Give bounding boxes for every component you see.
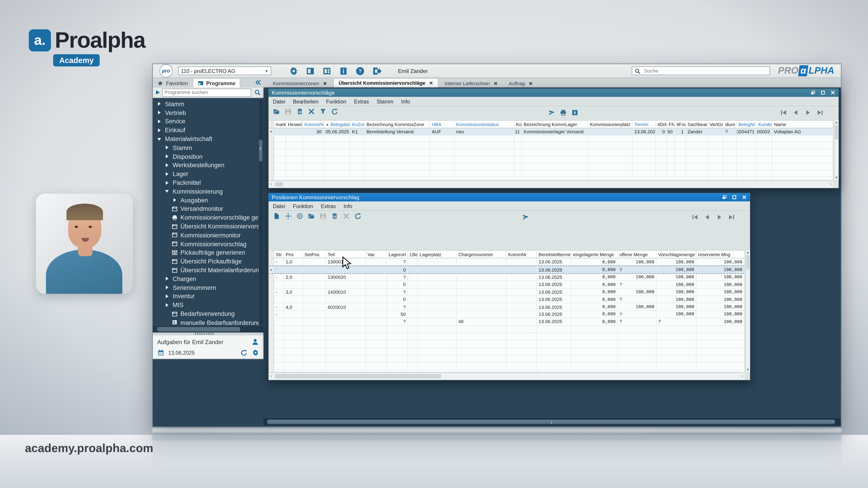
tree-item[interactable]: $manuelle Bedarfsanforderung [153, 318, 258, 326]
panel2-titlebar[interactable]: Positionen Kommissioniervorschlag [269, 193, 750, 201]
column-header[interactable]: eingelagerte Menge [571, 251, 618, 258]
logout-icon[interactable] [372, 66, 381, 76]
column-header[interactable]: Lagerplatz [418, 251, 457, 258]
column-header[interactable]: #Fom [675, 121, 686, 128]
window-layout-icon[interactable] [322, 66, 332, 76]
tree-item[interactable]: Stamm [153, 100, 258, 108]
column-header[interactable]: Kommissionierplatz [588, 121, 633, 128]
gear-icon[interactable] [252, 349, 259, 356]
menu-info[interactable]: Info [344, 203, 352, 209]
table-row[interactable] [269, 370, 745, 372]
tree-item[interactable]: Kommissioniervorschlag [153, 239, 258, 248]
close-icon[interactable]: ✕ [494, 80, 498, 86]
column-header[interactable]: SetPos [303, 251, 326, 258]
table-row[interactable] [269, 326, 745, 333]
tree-item[interactable]: Stamm [153, 143, 258, 152]
tree-item[interactable]: Kommissionierung [153, 187, 258, 196]
table-row[interactable]: ?4813.06.20250,000??100,000 [269, 318, 745, 326]
tree-scrollbar[interactable] [259, 100, 262, 324]
panel1-titlebar[interactable]: Kommissioniervorschläge [269, 89, 839, 97]
open-folder-icon[interactable] [273, 108, 280, 115]
column-header[interactable]: Vorschlagsmenge [656, 251, 696, 258]
tree-item[interactable]: Inventur [153, 292, 258, 301]
menu-funktion[interactable]: Funktion [293, 203, 313, 209]
menu-datei[interactable]: Datei [273, 203, 285, 209]
close-icon[interactable]: ✕ [323, 80, 327, 86]
tree-hscrollbar[interactable] [153, 326, 264, 332]
menu-extras[interactable]: Extras [321, 203, 336, 209]
column-header[interactable]: BelegNr [737, 121, 757, 128]
tree-item[interactable]: Materialwirtschaft [153, 135, 258, 143]
panel1-vscrollbar[interactable]: ▲▼ [834, 120, 839, 180]
search-input[interactable] [643, 68, 767, 74]
table-row[interactable] [269, 333, 745, 340]
tree-item[interactable]: Service [153, 117, 258, 126]
maximize-icon[interactable] [820, 90, 825, 95]
tree-item[interactable]: MIS [153, 301, 258, 310]
column-header[interactable]: dium [723, 121, 737, 128]
tree-item[interactable]: Übersicht Kommissioniervorschläge [153, 222, 258, 231]
column-header[interactable]: Sachbearb [686, 121, 708, 128]
person-icon[interactable] [251, 338, 259, 346]
tree-item[interactable]: Seriennummern [153, 283, 258, 292]
close-icon[interactable] [742, 195, 747, 200]
target-icon[interactable] [296, 213, 303, 220]
doc-tab-auftrag[interactable]: Auftrag✕ [504, 79, 538, 88]
tree-item[interactable]: Kommissioniervorschläge generieren [153, 213, 258, 222]
column-header[interactable]: Pos [284, 251, 303, 258]
tree-item[interactable]: Pickaufträge generieren [153, 248, 258, 257]
column-header[interactable]: VertGr [708, 121, 723, 128]
doc-tab-kommissionierzonen[interactable]: Kommissionierzonen✕ [268, 79, 332, 88]
nav-first-icon[interactable] [780, 109, 787, 116]
column-header[interactable]: Bereitstelltermin [537, 251, 571, 258]
send-icon[interactable] [548, 109, 555, 116]
company-select[interactable]: 110 - proELECTRO AG▼ [178, 66, 271, 75]
column-header[interactable]: Kommissionierstatus [455, 121, 514, 128]
tree-item[interactable]: Werksbestellungen [153, 161, 258, 170]
column-header[interactable]: KommirNr [303, 121, 324, 128]
menu-datei[interactable]: Datei [273, 98, 285, 104]
menu-funktion[interactable]: Funktion [326, 98, 346, 104]
column-header[interactable]: Str [274, 251, 284, 258]
column-header[interactable]: Bezeichnung KommissZone [365, 121, 430, 128]
column-header[interactable]: Lagerort [387, 251, 408, 258]
help-icon[interactable]: ? [355, 66, 365, 76]
panel2-vscrollbar[interactable]: ▲▼ [745, 250, 750, 372]
print-export-icon[interactable] [571, 109, 579, 116]
tree-item[interactable]: Vertrieb [153, 108, 258, 117]
save-icon[interactable] [285, 108, 292, 115]
column-header[interactable]: KommNr [506, 251, 537, 258]
column-header[interactable]: HBA [430, 121, 455, 128]
column-header[interactable]: FN [667, 121, 675, 128]
table-row[interactable] [269, 340, 745, 348]
restore-icon[interactable] [722, 195, 727, 200]
column-header[interactable]: mark [274, 121, 286, 128]
program-search-input[interactable] [162, 88, 251, 97]
column-header[interactable]: ▲Belegdatum [324, 121, 350, 128]
column-header[interactable]: Termin [633, 121, 656, 128]
column-header[interactable]: reservierte Mng [696, 251, 745, 258]
column-header[interactable]: KoZone [350, 121, 365, 128]
maximize-icon[interactable] [732, 195, 737, 200]
refresh-icon[interactable] [240, 349, 248, 356]
table-row[interactable]: 013.06.20250,000?100,000100,000 [269, 296, 745, 303]
table-row[interactable] [269, 135, 833, 142]
column-header[interactable]: Hinweis [286, 121, 303, 128]
global-search[interactable] [632, 66, 770, 75]
column-header[interactable]: Kunde [757, 121, 772, 128]
run-icon[interactable] [155, 90, 160, 95]
column-header[interactable]: LBer [408, 251, 418, 258]
column-header[interactable]: Var [366, 251, 387, 258]
table-row[interactable]: -1,01300010?13.06.20250,000100,000100,00… [269, 258, 745, 266]
app-hscrollbar[interactable] [264, 418, 841, 425]
table-row[interactable]: 013.06.20250,000?100,000100,000 [269, 266, 745, 273]
tree-item[interactable]: Packmittel [153, 178, 258, 187]
table-row[interactable] [269, 355, 745, 363]
tree-item[interactable]: Einkauf [153, 126, 258, 135]
close-icon[interactable]: ✕ [529, 80, 532, 86]
doc-tab-uebersicht-kommissioniervorschlaege[interactable]: Übersicht Kommissioniervorschläge✕ [333, 78, 438, 88]
tree-item[interactable]: Übersicht Pickaufträge [153, 257, 258, 266]
tree-item[interactable]: Disposition [153, 152, 258, 161]
delete-icon[interactable] [296, 108, 303, 115]
column-header[interactable]: Bezeichnung KommLager [522, 121, 588, 128]
